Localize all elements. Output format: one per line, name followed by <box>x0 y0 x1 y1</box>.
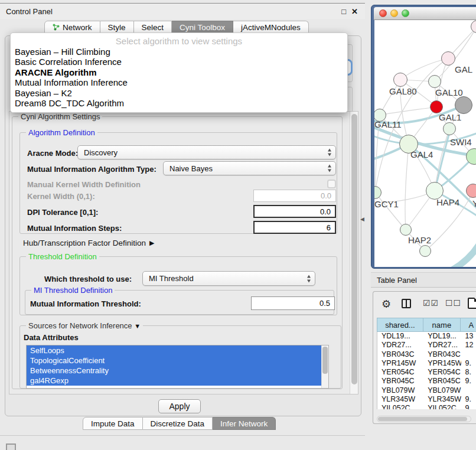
attribute-option-topologicalcoefficient[interactable]: TopologicalCoefficient <box>27 356 328 366</box>
attribute-option-betweennesscentrality[interactable]: BetweennessCentrality <box>27 366 328 376</box>
tab-impute-data[interactable]: Impute Data <box>83 417 143 430</box>
mi-steps-field[interactable]: 6 <box>253 221 336 234</box>
deselect-all-icon[interactable]: ☐☐ <box>445 298 461 308</box>
select-all-icon[interactable]: ☑☑ <box>423 298 439 308</box>
minimize-window-icon[interactable] <box>390 9 398 17</box>
network-node-gal80[interactable] <box>393 73 407 87</box>
algorithm-option-aracne-algorithm[interactable]: ARACNE Algorithm <box>11 67 347 77</box>
threshold-definition-group: Threshold Definition Which threshold to … <box>19 256 337 315</box>
network-canvas[interactable]: GALGAL80GAL10GAL1GAL11SWI4GAL4GCY1HAP4YH… <box>374 20 476 267</box>
cell: YBR045C <box>377 377 423 386</box>
which-threshold-combo[interactable]: MI Threshold <box>142 271 315 286</box>
tab-label: Select <box>142 23 164 32</box>
network-node-gal1[interactable] <box>430 100 443 113</box>
algorithm-option-bayesian-hill-climbing[interactable]: Bayesian – Hill Climbing <box>11 47 347 57</box>
manual-kernel-checkbox[interactable] <box>327 180 336 188</box>
tab-network[interactable]: Network <box>44 21 100 34</box>
table-panel-titlebar: Table Panel <box>371 272 476 288</box>
tab-label: Infer Network <box>220 419 268 428</box>
stepper-icon <box>327 165 332 172</box>
zoom-window-icon[interactable] <box>402 9 409 17</box>
table-row[interactable]: YLR345WYLR345W9. <box>377 395 476 404</box>
network-node-gal10[interactable] <box>428 75 441 88</box>
export-table-icon[interactable] <box>468 298 476 309</box>
node-label-hap2: HAP2 <box>408 235 431 245</box>
hub-definition-expander[interactable]: Hub/Transcription Factor Definition ▶ <box>23 239 155 247</box>
network-window-titlebar[interactable] <box>374 7 476 20</box>
table-hscrollbar-thumb[interactable] <box>378 417 467 421</box>
node-label-gal1: GAL1 <box>439 112 461 122</box>
kernel-width-field[interactable]: 0.0 <box>253 190 336 202</box>
table-row[interactable]: YER054CYER054C8. <box>377 368 476 377</box>
mi-threshold-group: MI Threshold Definition Mutual Informati… <box>25 290 334 315</box>
algorithm-definition-title: Algorithm Definition <box>26 128 97 137</box>
cell: YDL19... <box>423 332 461 341</box>
columns-icon[interactable] <box>402 299 411 308</box>
network-node[interactable] <box>455 96 472 114</box>
close-panel-icon[interactable]: ✕ <box>351 7 358 16</box>
cell: YPR145W <box>377 359 423 368</box>
network-node-hap2[interactable] <box>400 224 412 236</box>
close-window-icon[interactable] <box>379 9 387 17</box>
network-node-gal[interactable] <box>441 51 455 66</box>
network-icon <box>53 24 60 31</box>
threshold-definition-title: Threshold Definition <box>26 252 99 261</box>
expand-down-icon[interactable]: ▼ <box>134 322 141 330</box>
manual-kernel-label: Manual Kernel Width Definition <box>27 180 141 189</box>
column-header-a[interactable]: A <box>461 318 476 331</box>
dpi-tolerance-value: 0.0 <box>320 207 331 216</box>
dpi-tolerance-field[interactable]: 0.0 <box>253 205 336 218</box>
table-row[interactable]: YDR27...YDR27...12 <box>377 341 476 350</box>
tab-cyni-toolbox[interactable]: Cyni Toolbox <box>172 21 233 34</box>
attribute-option-gal4rgexp[interactable]: gal4RGexp <box>27 376 328 386</box>
hub-definition-label: Hub/Transcription Factor Definition <box>23 239 146 247</box>
tab-infer-network[interactable]: Infer Network <box>213 417 276 430</box>
mi-threshold-field[interactable]: 0.5 <box>251 296 335 310</box>
column-header-shared[interactable]: shared... <box>377 318 423 331</box>
data-attributes-list[interactable]: SelfLoopsTopologicalCoefficientBetweenne… <box>26 345 329 389</box>
gear-icon[interactable]: ⚙ <box>382 298 391 311</box>
tab-jactivemnodules[interactable]: jActiveMNodules <box>233 21 309 34</box>
attribute-option-selfloops[interactable]: SelfLoops <box>27 345 328 356</box>
algorithm-option-bayesian-k2[interactable]: Bayesian – K2 <box>11 88 347 98</box>
network-node[interactable] <box>419 245 431 257</box>
cell: YPR145W <box>423 359 461 368</box>
algorithm-option-basic-correlation-inference[interactable]: Basic Correlation Inference <box>11 57 347 67</box>
table-row[interactable]: YPR145WYPR145W9. <box>377 359 476 368</box>
float-window-icon[interactable]: □ <box>341 7 346 16</box>
settings-scrollbar[interactable] <box>350 112 358 394</box>
table-row[interactable]: YDL19...YDL19...13 <box>377 332 476 341</box>
column-header-name[interactable]: name <box>423 318 461 331</box>
tab-style[interactable]: Style <box>100 21 134 34</box>
network-node-swi4[interactable] <box>443 122 456 135</box>
tab-discretize-data[interactable]: Discretize Data <box>143 417 213 430</box>
control-panel-titlebar: Control Panel □ ✕ <box>0 4 365 19</box>
node-table: shared...nameA YDL19...YDL19...13YDR27..… <box>377 318 476 409</box>
splitter-collapse-icon[interactable]: ◀ <box>360 216 364 222</box>
node-label-hap4: HAP4 <box>436 197 459 207</box>
mi-type-combo[interactable]: Naive Bayes <box>163 161 336 175</box>
settings-scrollbar-thumb[interactable] <box>351 114 357 384</box>
table-row[interactable]: YBL079WYBL079W <box>377 386 476 395</box>
node-label-gcy1: GCY1 <box>374 199 399 209</box>
list-scrollbar[interactable] <box>321 345 328 388</box>
algorithm-option-dream8-dc-tdc-algorithm[interactable]: Dream8 DC_TDC Algorithm <box>11 98 347 108</box>
aracne-mode-combo[interactable]: Discovery <box>77 145 336 159</box>
algorithm-option-mutual-information-inference[interactable]: Mutual Information Inference <box>11 77 347 87</box>
list-scrollbar-thumb[interactable] <box>322 347 328 374</box>
cell: YER054C <box>377 368 423 377</box>
dock-handle-icon[interactable] <box>6 444 16 450</box>
cell: 12 <box>461 341 476 350</box>
table-row[interactable]: YBR045CYBR045C9. <box>377 377 476 386</box>
which-threshold-label: Which threshold to use: <box>44 275 132 283</box>
network-node-y[interactable] <box>466 184 476 198</box>
cell: YLR345W <box>423 395 461 404</box>
table-row[interactable]: YBR043CYBR043C <box>377 350 476 359</box>
table-row[interactable]: YIL052CYIL052C9 <box>377 404 476 409</box>
settings-scroll-area: Cyni Algorithm Settings Algorithm Defini… <box>9 111 358 394</box>
apply-button[interactable]: Apply <box>158 399 201 413</box>
table-hscrollbar[interactable] <box>377 416 471 422</box>
tab-select[interactable]: Select <box>134 21 172 34</box>
algorithm-dropdown: Select algorithm to view settings Bayesi… <box>10 32 348 113</box>
dpi-tolerance-label: DPI Tolerance [0,1]: <box>27 208 98 217</box>
